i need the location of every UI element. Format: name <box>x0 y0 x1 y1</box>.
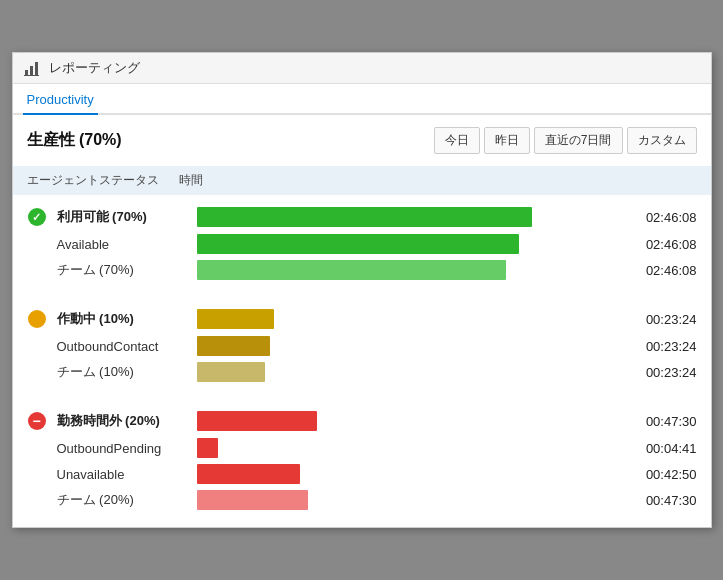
main-window: レポーティング Productivity 生産性 (70%) 今日 昨日 直近の… <box>12 52 712 528</box>
title-bar-text: レポーティング <box>49 59 140 77</box>
sub-time-val-2-1: 00:42:50 <box>637 467 697 482</box>
sub-bar-wrapper-2-0: 00:04:41 <box>197 438 697 458</box>
section-0: 利用可能 (70%)02:46:08Available02:46:08チーム (… <box>13 195 711 297</box>
sub-bar-container-1-0 <box>197 336 627 356</box>
bar-0 <box>197 207 532 227</box>
section-row-2: 勤務時間外 (20%)00:47:30 <box>27 407 697 435</box>
sub-bar-wrapper-1-0: 00:23:24 <box>197 336 697 356</box>
page-title: 生産性 (70%) <box>27 130 122 151</box>
sub-label-2-1: Unavailable <box>57 467 197 482</box>
time-val-0: 02:46:08 <box>637 210 697 225</box>
sub-time-val-0-0: 02:46:08 <box>637 237 697 252</box>
bar-1 <box>197 309 274 329</box>
sub-time-val-1-0: 00:23:24 <box>637 339 697 354</box>
sub-label-1-0: OutboundContact <box>57 339 197 354</box>
bar-container-0 <box>197 207 627 227</box>
bar-2 <box>197 411 317 431</box>
sub-label-2-2: チーム (20%) <box>57 491 197 509</box>
sub-bar-wrapper-1-1: 00:23:24 <box>197 362 697 382</box>
sub-time-val-2-0: 00:04:41 <box>637 441 697 456</box>
section-row-0: 利用可能 (70%)02:46:08 <box>27 203 697 231</box>
sub-label-2-0: OutboundPending <box>57 441 197 456</box>
sub-bar-2-0 <box>197 438 219 458</box>
reporting-icon <box>23 59 41 77</box>
section-label-0: 利用可能 (70%) <box>57 208 197 226</box>
col-status: エージェントステータス <box>27 172 159 189</box>
sub-label-0-0: Available <box>57 237 197 252</box>
sub-row-2-0: OutboundPending00:04:41 <box>27 435 697 461</box>
filter-buttons: 今日 昨日 直近の7日間 カスタム <box>434 127 697 154</box>
sub-time-val-2-2: 00:47:30 <box>637 493 697 508</box>
time-val-1: 00:23:24 <box>637 312 697 327</box>
section-2: 勤務時間外 (20%)00:47:30OutboundPending00:04:… <box>13 399 711 527</box>
sub-time-val-0-1: 02:46:08 <box>637 263 697 278</box>
bar-container-1 <box>197 309 627 329</box>
title-bar: レポーティング <box>13 53 711 84</box>
sub-row-0-0: Available02:46:08 <box>27 231 697 257</box>
tab-productivity[interactable]: Productivity <box>23 84 98 115</box>
section-row-1: 作動中 (10%)00:23:24 <box>27 305 697 333</box>
sub-bar-container-2-0 <box>197 438 627 458</box>
outside-icon-2 <box>27 411 47 431</box>
bar-wrapper-2: 00:47:30 <box>197 411 697 431</box>
sub-bar-1-0 <box>197 336 270 356</box>
sub-bar-container-0-1 <box>197 260 627 280</box>
sub-bar-0-1 <box>197 260 507 280</box>
sub-bar-container-1-1 <box>197 362 627 382</box>
sub-bar-container-0-0 <box>197 234 627 254</box>
svg-rect-2 <box>35 62 38 75</box>
sub-row-2-1: Unavailable00:42:50 <box>27 461 697 487</box>
tabs-bar: Productivity <box>13 84 711 115</box>
sub-bar-wrapper-0-0: 02:46:08 <box>197 234 697 254</box>
bar-wrapper-1: 00:23:24 <box>197 309 697 329</box>
sub-row-1-1: チーム (10%)00:23:24 <box>27 359 697 385</box>
sub-bar-2-1 <box>197 464 300 484</box>
sub-bar-1-1 <box>197 362 266 382</box>
sub-row-2-2: チーム (20%)00:47:30 <box>27 487 697 513</box>
col-time: 時間 <box>179 172 203 189</box>
sub-bar-0-0 <box>197 234 520 254</box>
bar-container-2 <box>197 411 627 431</box>
sub-bar-wrapper-0-1: 02:46:08 <box>197 260 697 280</box>
active-icon-1 <box>27 309 47 329</box>
sub-row-0-1: チーム (70%)02:46:08 <box>27 257 697 283</box>
section-label-1: 作動中 (10%) <box>57 310 197 328</box>
sub-label-0-1: チーム (70%) <box>57 261 197 279</box>
sub-bar-wrapper-2-2: 00:47:30 <box>197 490 697 510</box>
sub-bar-2-2 <box>197 490 309 510</box>
sub-time-val-1-1: 00:23:24 <box>637 365 697 380</box>
sub-bar-wrapper-2-1: 00:42:50 <box>197 464 697 484</box>
available-icon-0 <box>27 207 47 227</box>
filter-custom[interactable]: カスタム <box>627 127 697 154</box>
table-header: エージェントステータス 時間 <box>13 166 711 195</box>
main-content: 生産性 (70%) 今日 昨日 直近の7日間 カスタム エージェントステータス … <box>13 115 711 527</box>
sub-bar-container-2-1 <box>197 464 627 484</box>
bar-wrapper-0: 02:46:08 <box>197 207 697 227</box>
section-label-2: 勤務時間外 (20%) <box>57 412 197 430</box>
sub-label-1-1: チーム (10%) <box>57 363 197 381</box>
header-row: 生産性 (70%) 今日 昨日 直近の7日間 カスタム <box>13 115 711 166</box>
filter-today[interactable]: 今日 <box>434 127 480 154</box>
time-val-2: 00:47:30 <box>637 414 697 429</box>
filter-7days[interactable]: 直近の7日間 <box>534 127 623 154</box>
sub-row-1-0: OutboundContact00:23:24 <box>27 333 697 359</box>
svg-rect-1 <box>30 66 33 75</box>
svg-rect-3 <box>24 75 39 76</box>
filter-yesterday[interactable]: 昨日 <box>484 127 530 154</box>
section-1: 作動中 (10%)00:23:24OutboundContact00:23:24… <box>13 297 711 399</box>
sub-bar-container-2-2 <box>197 490 627 510</box>
sections-container: 利用可能 (70%)02:46:08Available02:46:08チーム (… <box>13 195 711 527</box>
svg-rect-0 <box>25 70 28 75</box>
